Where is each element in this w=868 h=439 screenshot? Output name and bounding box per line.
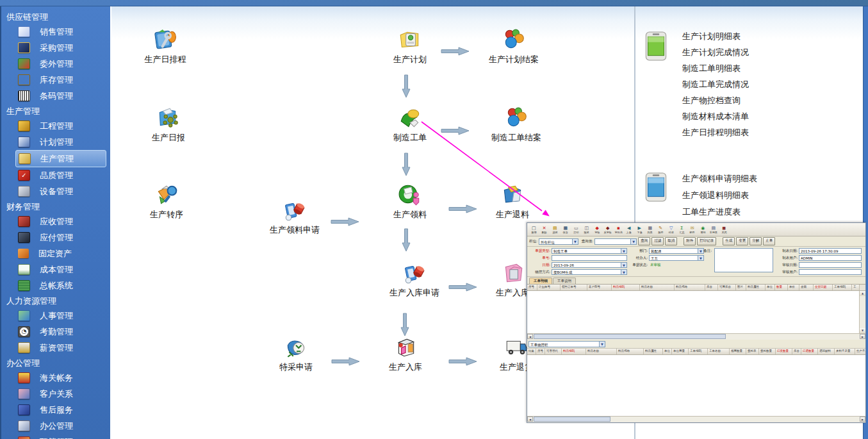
filter-bar-button[interactable]: 查询 (638, 237, 650, 245)
scroll-right-icon[interactable]: ▶ (860, 417, 865, 422)
sidebar-item-barcode[interactable]: 条码管理 (15, 88, 106, 104)
toolbar-preview-button[interactable]: ◫预览 (582, 223, 593, 236)
flow-node-close-balls-5[interactable]: 制造工单结案 (478, 106, 555, 144)
flow-node-special-request-12[interactable]: 特采申请 (258, 336, 334, 373)
doc-type-select[interactable]: 制造工单 ▼ (552, 248, 627, 254)
toolbar-save-button[interactable]: ▦保存 (561, 223, 571, 236)
flow-node-request-10[interactable]: 生产入库申请 (376, 261, 453, 299)
handler-select[interactable]: 王五 ▼ (649, 255, 704, 261)
grid2-view-select[interactable]: 工单物控栏 ▼ (528, 341, 605, 347)
chevron-down-icon[interactable]: ▼ (630, 239, 636, 244)
scroll-left-icon[interactable]: ◀ (527, 334, 533, 339)
filter-bar-button[interactable]: 附件 (684, 237, 696, 245)
toolbar-prev-button[interactable]: ◀上条 (624, 223, 635, 236)
sidebar-item-purchase[interactable]: 采购管理 (15, 40, 106, 56)
grid1-horizontal-scrollbar[interactable]: ◀ ▶ (527, 333, 865, 340)
field-select[interactable]: 所有栏位 ▼ (539, 238, 578, 245)
toolbar-delete-button[interactable]: ✕删除 (539, 223, 550, 236)
mc-mode-select[interactable]: 按BOM生成 ▼ (552, 269, 627, 275)
toolbar-notify-button[interactable]: ◉通知 (698, 223, 708, 236)
sidebar-item-sales[interactable]: 销售管理 (15, 24, 106, 40)
scrollbar-thumb[interactable] (534, 334, 726, 339)
report-link[interactable]: 生产日排程明细表 (682, 127, 749, 138)
flow-node-picking-7[interactable]: 生产领料 (372, 183, 448, 220)
report-link[interactable]: 生产计划明细表 (682, 31, 741, 42)
toolbar-unaudit-button[interactable]: ◆反审核 (603, 223, 614, 236)
grid1-vertical-scrollbar[interactable]: ▲ ▼ (859, 291, 865, 333)
sidebar-item-quality[interactable]: 品质管理 (15, 167, 106, 183)
query-value-select[interactable]: ▼ (594, 238, 637, 245)
scroll-down-icon[interactable]: ▼ (860, 328, 865, 333)
date-select[interactable]: 2013-09-26 ▼ (552, 262, 627, 268)
filter-bar-button[interactable]: 变更 (736, 237, 748, 245)
grid2-horizontal-scrollbar[interactable]: ◀ ▶ (527, 416, 865, 422)
flow-node-close-balls-2[interactable]: 生产计划结案 (475, 28, 552, 65)
flow-node-daily-report-3[interactable]: 生产日报 (130, 106, 207, 144)
sidebar-item-outsourcing[interactable]: 委外管理 (15, 56, 106, 72)
sidebar-item-customs[interactable]: 海关帐务 (15, 370, 106, 386)
toolbar-list-button[interactable]: ▦列表 (645, 223, 656, 236)
sidebar-item-planning[interactable]: 计划管理 (15, 134, 106, 150)
flow-node-material-return-8[interactable]: 生产退料 (474, 183, 551, 220)
sidebar-item-budget[interactable]: 预算管理 (15, 434, 106, 439)
sidebar-item-receivable[interactable]: 应收管理 (15, 213, 106, 229)
sidebar-item-ledger[interactable]: 总帐系统 (15, 277, 106, 294)
flow-node-plan-1[interactable]: 生产计划 (372, 28, 448, 65)
sidebar-item-after-sales[interactable]: 售后服务 (15, 402, 106, 418)
report-link[interactable]: 生产领退料明细表 (682, 190, 749, 201)
toolbar-print-button[interactable]: ▭打印 (571, 223, 582, 236)
toolbar-mail-button[interactable]: ✉邮件 (687, 223, 698, 236)
report-link[interactable]: 制造工单完成情况 (682, 79, 749, 90)
scroll-up-icon[interactable]: ▲ (860, 291, 865, 296)
scroll-left-icon[interactable]: ◀ (527, 417, 533, 422)
toolbar-close-button[interactable]: ◼关闭 (719, 223, 730, 236)
tab-work-order-note[interactable]: 工单说明 (553, 277, 576, 284)
toolbar-next-button[interactable]: ▶下条 (634, 223, 645, 236)
chevron-down-icon[interactable]: ▼ (572, 239, 578, 244)
chevron-down-icon[interactable]: ▼ (599, 342, 605, 347)
scrollbar-thumb[interactable] (534, 417, 610, 422)
filter-bar-button[interactable]: 止单 (763, 237, 775, 245)
filter-bar-button[interactable]: 取消 (665, 237, 677, 245)
flow-node-transfer-6[interactable]: 生产转序 (128, 183, 205, 220)
toolbar-attachment-button[interactable]: ✎附件 (655, 223, 666, 236)
dept-select[interactable]: 装配课 ▼ (649, 248, 704, 254)
flow-node-work-order-4[interactable]: 制造工单 (372, 106, 448, 144)
sidebar-item-payable[interactable]: 应付管理 (15, 229, 106, 245)
flow-node-request-9[interactable]: 生产领料申请 (256, 199, 333, 236)
sidebar-item-hr[interactable]: 人事管理 (15, 308, 106, 324)
flow-node-schedule-0[interactable]: 生产日排程 (127, 28, 204, 65)
report-link[interactable]: 生产物控档查询 (682, 95, 741, 106)
chevron-down-icon[interactable]: ▼ (621, 270, 626, 274)
toolbar-summary-button[interactable]: Σ汇总 (676, 223, 687, 236)
sidebar-item-production[interactable]: 生产管理 (15, 150, 106, 167)
toolbar-filter-button[interactable]: ▽过滤 (666, 223, 677, 236)
report-link[interactable]: 生产计划完成情况 (682, 47, 749, 58)
report-link[interactable]: 制造材料成本清单 (682, 111, 749, 122)
scroll-right-icon[interactable]: ▶ (860, 334, 865, 339)
report-link[interactable]: 制造工单明细表 (682, 63, 741, 74)
sidebar-item-cost[interactable]: 成本管理 (15, 261, 106, 277)
sidebar-item-office[interactable]: 办公管理 (15, 418, 106, 434)
toolbar-new-button[interactable]: □新增 (528, 223, 539, 236)
toolbar-browse-button[interactable]: ▤浏览 (550, 223, 561, 236)
doc-no-input[interactable] (552, 255, 627, 261)
remark-textarea[interactable] (714, 248, 773, 272)
filter-bar-button[interactable]: 过滤 (651, 237, 664, 245)
chevron-down-icon[interactable]: ▼ (698, 256, 703, 260)
sidebar-item-engineering[interactable]: 工程管理 (15, 118, 106, 134)
filter-bar-button[interactable]: 分解 (749, 237, 762, 245)
toolbar-approval-flow-button[interactable]: ▪审批流 (613, 223, 624, 236)
sidebar-item-fixed-assets[interactable]: 固定资产 (15, 245, 106, 261)
toolbar-audit-button[interactable]: ◆审核 (592, 223, 603, 236)
filter-bar-button[interactable]: 生成 (723, 237, 735, 245)
chevron-down-icon[interactable]: ▼ (621, 249, 626, 253)
tab-work-order-detail[interactable]: 工单明细 (529, 277, 552, 284)
sidebar-item-crm[interactable]: 客户关系 (15, 386, 106, 402)
toolbar-common-table-button[interactable]: ▤常用表 (708, 223, 719, 236)
chevron-down-icon[interactable]: ▼ (621, 263, 626, 267)
sidebar-item-payroll[interactable]: 薪资管理 (15, 340, 106, 356)
filter-bar-button[interactable]: 打印记录 (697, 237, 716, 245)
sidebar-item-equipment[interactable]: 设备管理 (15, 183, 106, 199)
flow-node-instock-box-13[interactable]: 生产入库 (367, 336, 444, 373)
